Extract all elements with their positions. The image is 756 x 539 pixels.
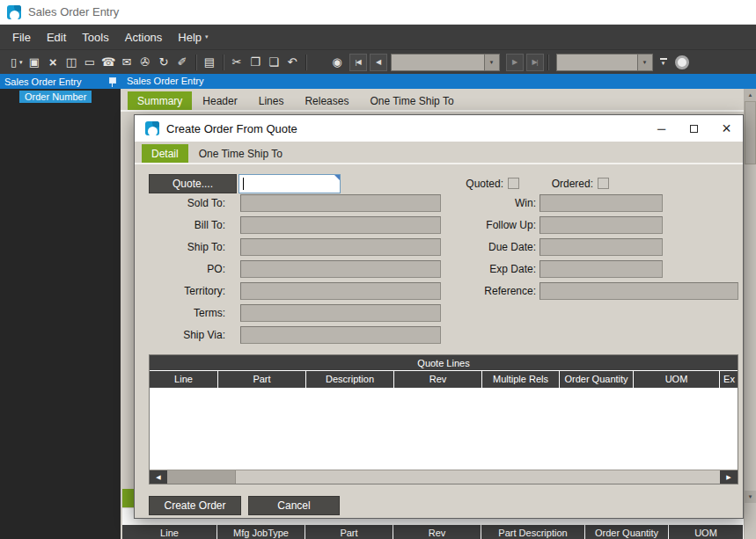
scroll-right-icon[interactable]: ▶ [720,470,738,484]
left-field-column: Sold To: Bill To: Ship To: PO: Territory… [135,194,441,348]
po-label: PO: [135,260,225,278]
quote-input[interactable] [239,174,341,193]
lines-column-header[interactable]: Rev [393,525,481,539]
scroll-up-icon[interactable]: ▲ [745,89,756,101]
paste-icon[interactable]: ❏ [265,53,283,72]
chevron-down-icon: ▾ [662,61,665,66]
window-title: Sales Order Entry [28,5,119,18]
tab-header[interactable]: Header [192,91,247,110]
copy-icon[interactable]: ❐ [246,53,265,72]
grid-column-header[interactable]: Rev [394,371,482,388]
tab-one-time-ship-to[interactable]: One Time Ship To [359,91,464,110]
grid-column-header[interactable]: UOM [634,371,720,388]
scrollbar-thumb[interactable] [167,470,236,484]
tab-releases[interactable]: Releases [294,91,359,110]
menu-actions[interactable]: Actions [117,25,171,49]
create-order-from-quote-dialog: Create Order From Quote ─ × Detail One T… [134,114,744,519]
view-combobox[interactable]: ▼ [556,54,653,71]
memo-icon[interactable]: ▭ [81,53,99,72]
lines-column-header[interactable]: Part [305,525,393,539]
lines-column-header[interactable]: Mfg JobType [217,525,305,539]
toolbar-separator [305,55,307,70]
grid-column-header[interactable]: Line [150,371,218,388]
maximize-button[interactable] [678,115,710,142]
grid-column-header[interactable]: Description [306,371,394,388]
scroll-left-icon[interactable]: ◀ [150,470,167,484]
tree-item-order-number[interactable]: Order Number [19,91,92,103]
menu-help[interactable]: Help▾ [170,25,216,49]
menu-tools[interactable]: Tools [74,25,116,49]
menu-file[interactable]: File [4,25,39,49]
chevron-down-icon[interactable]: ▼ [484,55,499,70]
app-window: Sales Order Entry File Edit Tools Action… [0,0,756,539]
app-logo-icon [7,5,21,19]
new-dropdown-icon[interactable]: ▾ [19,59,23,66]
view-combobox-value [557,55,637,70]
territory-label: Territory: [135,282,225,300]
book-icon[interactable]: ◫ [62,53,81,72]
lines-grid-header: Line Mfg JobType Part Rev Part Descripti… [122,525,744,539]
print-icon[interactable]: ▤ [201,53,219,72]
quote-lines-grid-body[interactable] [150,388,738,470]
scrollbar-track[interactable] [236,470,720,484]
cut-icon[interactable]: ✂ [228,53,246,72]
record-combobox-value [392,55,484,70]
quoted-checkbox[interactable] [508,178,519,189]
po-field [240,260,441,278]
cancel-button[interactable]: Cancel [248,496,340,515]
tab-dialog-one-time-ship-to[interactable]: One Time Ship To [188,144,293,163]
horizontal-scrollbar[interactable]: ◀ ▶ [150,470,738,484]
grid-column-header[interactable]: Ex [720,371,738,388]
toolbar-separator [223,55,224,70]
text-cursor [243,178,244,190]
tab-detail[interactable]: Detail [142,144,188,163]
scrollbar-thumb[interactable] [745,101,756,164]
vertical-scrollbar[interactable]: ▲ ▼ [744,89,756,539]
minimize-button[interactable]: ─ [645,115,678,142]
message-icon[interactable]: ✉ [118,53,136,72]
toolbar-overflow-button[interactable]: ▾ [660,58,667,66]
phone-icon[interactable]: ☎ [99,53,118,72]
next-record-button[interactable]: ▶ [506,54,524,71]
first-record-button[interactable]: |◀ [349,54,367,71]
grid-column-header[interactable]: Multiple Rels [482,371,560,388]
pin-icon[interactable] [108,76,116,87]
lines-column-header[interactable]: Order Quantity [585,525,669,539]
undo-icon[interactable]: ↶ [283,53,302,72]
record-combobox[interactable]: ▼ [391,54,500,71]
create-order-button[interactable]: Create Order [149,496,241,515]
close-button[interactable]: × [710,115,743,142]
toolbar-separator [195,55,197,70]
previous-record-button[interactable]: ◀ [370,54,387,71]
menu-edit[interactable]: Edit [39,25,74,49]
quote-button[interactable]: Quote.... [149,174,237,193]
clear-icon[interactable]: ✐ [173,53,192,72]
territory-field [240,282,441,300]
status-circle-icon [675,55,689,69]
follow-up-label: Follow Up: [434,216,536,234]
save-icon[interactable]: ▣ [26,53,44,72]
sold-to-field [240,194,441,212]
refresh-icon[interactable]: ↻ [155,53,173,72]
ordered-checkbox[interactable] [598,178,609,189]
tab-lines[interactable]: Lines [248,91,295,110]
lines-column-header[interactable]: Line [122,525,217,539]
tab-summary[interactable]: Summary [128,91,192,110]
grid-column-header[interactable]: Order Quantity [560,371,634,388]
scroll-down-icon[interactable]: ▼ [745,491,756,503]
quote-input-wrap [239,174,341,193]
dialog-titlebar[interactable]: Create Order From Quote ─ × [135,115,743,142]
sold-to-label: Sold To: [135,194,225,212]
menu-bar: File Edit Tools Actions Help▾ [0,25,756,49]
search-icon[interactable]: ◉ [328,53,347,72]
attachment-icon[interactable]: ✇ [136,53,155,72]
lines-column-header[interactable]: UOM [669,525,744,539]
dialog-logo-icon [145,121,159,135]
delete-icon[interactable]: × [44,53,62,72]
last-record-button[interactable]: ▶| [526,54,544,71]
chevron-down-icon[interactable]: ▼ [637,55,652,70]
lines-column-header[interactable]: Part Description [481,525,585,539]
follow-up-field [539,216,663,234]
grid-column-header[interactable]: Part [218,371,306,388]
due-date-label: Due Date: [434,238,536,256]
